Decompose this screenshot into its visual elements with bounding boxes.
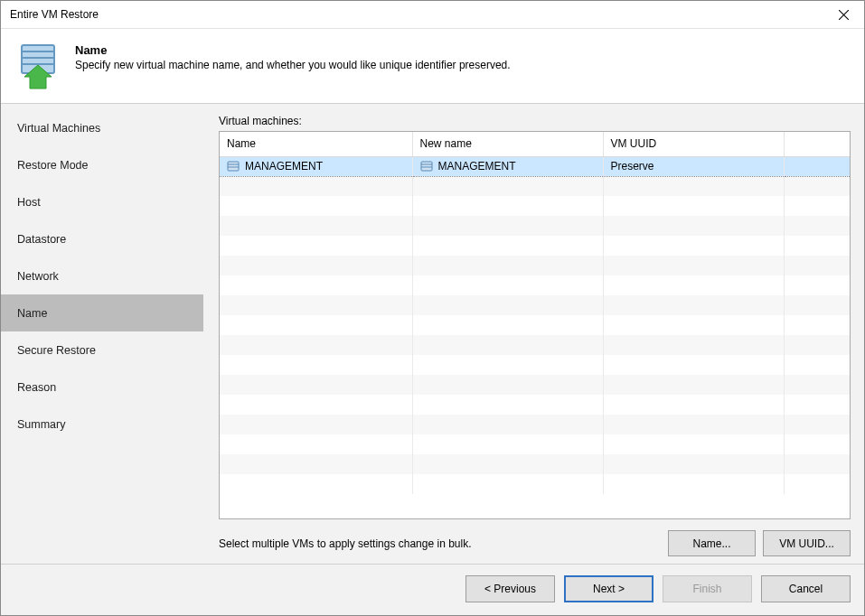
- cell-empty: [220, 176, 412, 196]
- cell-empty: [603, 415, 784, 434]
- cell-empty: [603, 375, 784, 395]
- column-header-vm-uuid[interactable]: VM UUID: [603, 132, 784, 156]
- cell-empty: [412, 216, 603, 236]
- cell-empty: [220, 335, 412, 355]
- sidebar-item-label: Network: [17, 270, 59, 283]
- cell-empty: [220, 454, 412, 474]
- cell-empty: [220, 216, 412, 236]
- cell-empty: [220, 415, 412, 434]
- table-row-empty: [220, 434, 850, 454]
- cell-empty: [220, 256, 412, 275]
- cell-empty: [603, 335, 784, 355]
- cell-empty: [784, 454, 850, 474]
- sidebar-item-network[interactable]: Network: [1, 257, 203, 294]
- cell-empty: [784, 315, 850, 335]
- wizard-header-text: Name Specify new virtual machine name, a…: [75, 42, 511, 71]
- wizard-window: Entire VM Restore Name Specify new virtu…: [0, 0, 865, 616]
- sidebar-item-reason[interactable]: Reason: [1, 369, 203, 406]
- cell-empty: [412, 295, 603, 315]
- next-button[interactable]: Next >: [564, 575, 653, 602]
- side-buttons: Name... VM UUID...: [668, 530, 851, 556]
- column-header-new-name[interactable]: New name: [412, 132, 603, 156]
- finish-button: Finish: [663, 575, 752, 602]
- sidebar-item-virtual-machines[interactable]: Virtual Machines: [1, 109, 203, 146]
- previous-button[interactable]: < Previous: [465, 575, 555, 602]
- sidebar-item-restore-mode[interactable]: Restore Mode: [1, 146, 203, 183]
- cell-empty: [603, 216, 784, 236]
- cell-vm-uuid: Preserve: [603, 156, 784, 176]
- cell-empty: [603, 454, 784, 474]
- step-name: Name: [75, 43, 511, 57]
- cell-empty: [603, 236, 784, 256]
- cell-empty: [784, 415, 850, 434]
- table-row-empty: [220, 355, 850, 375]
- sidebar-item-label: Name: [17, 307, 47, 320]
- table-row[interactable]: MANAGEMENTMANAGEMENTPreserve: [220, 156, 850, 176]
- vm-restore-icon: [14, 42, 62, 90]
- sidebar-item-label: Restore Mode: [17, 159, 89, 172]
- cell-empty: [220, 395, 412, 415]
- svg-rect-6: [228, 162, 239, 171]
- window-title: Entire VM Restore: [10, 8, 99, 21]
- cell-empty: [220, 196, 412, 216]
- cell-empty: [784, 176, 850, 196]
- cell-empty: [412, 176, 603, 196]
- cell-empty: [220, 375, 412, 395]
- cell-empty: [784, 375, 850, 395]
- cancel-button[interactable]: Cancel: [761, 575, 851, 602]
- vm-table[interactable]: NameNew nameVM UUID MANAGEMENTMANAGEMENT…: [220, 132, 850, 494]
- name-button[interactable]: Name...: [668, 530, 756, 556]
- cell-empty: [220, 236, 412, 256]
- sidebar-item-label: Datastore: [17, 233, 66, 246]
- cell-empty: [784, 196, 850, 216]
- sidebar-item-label: Reason: [17, 381, 56, 394]
- table-row-empty: [220, 375, 850, 395]
- bulk-hint: Select multiple VMs to apply settings ch…: [219, 537, 471, 550]
- cell-empty: [603, 275, 784, 295]
- table-row-empty: [220, 196, 850, 216]
- sidebar-item-datastore[interactable]: Datastore: [1, 220, 203, 257]
- cell-empty: [220, 275, 412, 295]
- cell-empty: [220, 474, 412, 494]
- server-icon: [420, 160, 433, 173]
- cell-empty: [412, 275, 603, 295]
- cell-empty: [603, 434, 784, 454]
- cell-empty: [784, 236, 850, 256]
- sidebar-item-label: Summary: [17, 418, 65, 431]
- cell-empty: [784, 216, 850, 236]
- cell-empty: [412, 375, 603, 395]
- sidebar-item-summary[interactable]: Summary: [1, 406, 203, 443]
- sidebar-item-label: Virtual Machines: [17, 122, 100, 135]
- sidebar-item-secure-restore[interactable]: Secure Restore: [1, 331, 203, 369]
- wizard-main: Virtual machines: NameNew nameVM UUID MA…: [203, 104, 864, 564]
- close-icon: [839, 10, 849, 20]
- table-row-empty: [220, 454, 850, 474]
- cell-empty: [412, 454, 603, 474]
- cell-empty: [412, 196, 603, 216]
- wizard-header: Name Specify new virtual machine name, a…: [1, 29, 864, 104]
- cell-empty: [412, 395, 603, 415]
- cell-name: MANAGEMENT: [220, 156, 412, 176]
- sidebar-item-label: Secure Restore: [17, 344, 96, 357]
- table-row-empty: [220, 275, 850, 295]
- sidebar-item-host[interactable]: Host: [1, 183, 203, 220]
- table-row-empty: [220, 415, 850, 434]
- cell-spacer: [784, 156, 850, 176]
- window-close-button[interactable]: [823, 1, 864, 28]
- table-row-empty: [220, 176, 850, 196]
- table-row-empty: [220, 216, 850, 236]
- column-header-name[interactable]: Name: [220, 132, 412, 156]
- table-row-empty: [220, 295, 850, 315]
- table-row-empty: [220, 236, 850, 256]
- sidebar-item-name[interactable]: Name: [1, 294, 203, 331]
- cell-empty: [784, 256, 850, 275]
- vm-uuid-button[interactable]: VM UUID...: [763, 530, 851, 556]
- cell-empty: [412, 355, 603, 375]
- cell-empty: [784, 395, 850, 415]
- wizard-sidebar: Virtual MachinesRestore ModeHostDatastor…: [1, 104, 203, 564]
- cell-empty: [220, 434, 412, 454]
- cell-empty: [412, 434, 603, 454]
- cell-empty: [412, 315, 603, 335]
- cell-empty: [412, 335, 603, 355]
- cell-empty: [603, 295, 784, 315]
